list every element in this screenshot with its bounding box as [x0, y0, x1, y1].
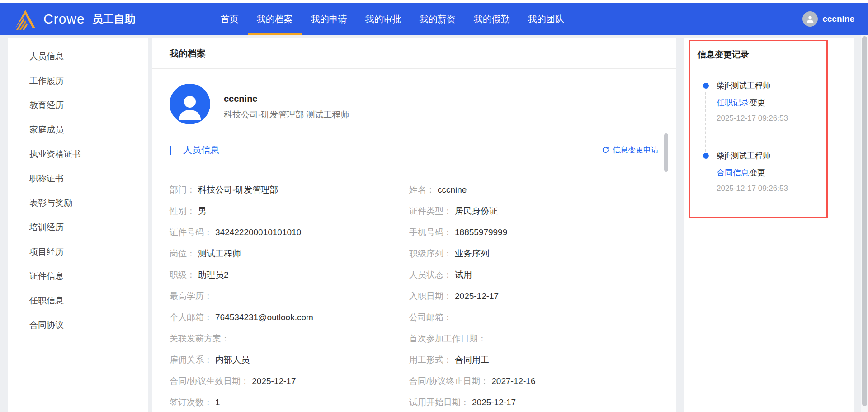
field-phone: 手机号码：18855979999 [409, 227, 659, 238]
entry-change-link[interactable]: 合同信息 [717, 168, 749, 177]
profile-name: cccnine [224, 94, 349, 104]
nav-item-my-team[interactable]: 我的团队 [519, 3, 573, 35]
nav-item-my-attendance[interactable]: 我的假勤 [465, 3, 519, 35]
entry-change-link[interactable]: 任职记录 [717, 98, 749, 107]
field-gender: 性别：男 [170, 206, 409, 217]
my-profile-card: 我的档案 cccnine 科技公司-研发管理部 测试工程师 人员信息 信息变更申… [152, 38, 676, 412]
profile-sidebar: 人员信息 工作履历 教育经历 家庭成员 执业资格证书 职称证书 表彰与奖励 培训… [8, 38, 148, 412]
field-grade-sequence: 职级序列：业务序列 [409, 248, 659, 259]
nav-item-home[interactable]: 首页 [212, 3, 248, 35]
field-department: 部门：科技公司-研发管理部 [170, 185, 409, 195]
field-id-type: 证件类型：居民身份证 [409, 206, 659, 217]
brand: Crowe 员工自助 [0, 7, 136, 31]
sidebar-item-education[interactable]: 教育经历 [8, 93, 148, 118]
brand-name: Crowe [43, 11, 85, 27]
sidebar-item-training[interactable]: 培训经历 [8, 215, 148, 240]
entry-person: 柴jf-测试工程师 [717, 150, 819, 161]
field-first-work-date: 首次参加工作日期： [409, 333, 659, 344]
profile-avatar-icon [170, 84, 210, 124]
entry-change-suffix: 变更 [749, 98, 765, 107]
refresh-icon [602, 146, 609, 154]
page-title: 我的档案 [170, 47, 206, 60]
change-log-panel: 信息变更记录 柴jf-测试工程师 任职记录变更 2025-12-17 09:26… [684, 38, 854, 412]
info-change-request-link[interactable]: 信息变更申请 [602, 145, 659, 155]
sidebar-item-family[interactable]: 家庭成员 [8, 118, 148, 142]
personnel-info-section-header: 人员信息 信息变更申请 [170, 144, 659, 156]
section-title: 人员信息 [183, 144, 219, 156]
field-id-number: 证件号码：342422200010101010 [170, 227, 409, 238]
annotation-highlight-box: 信息变更记录 柴jf-测试工程师 任职记录变更 2025-12-17 09:26… [689, 40, 828, 218]
profile-summary: cccnine 科技公司-研发管理部 测试工程师 [152, 69, 676, 124]
user-menu[interactable]: cccnine [802, 11, 854, 27]
nav-item-my-profile[interactable]: 我的档案 [248, 3, 302, 35]
field-employment-type: 用工形式：合同用工 [409, 355, 659, 365]
sidebar-item-positions[interactable]: 任职信息 [8, 289, 148, 313]
field-highest-education: 最高学历： [170, 291, 409, 302]
main-scrollbar-thumb[interactable] [664, 133, 668, 172]
sidebar-item-projects[interactable]: 项目经历 [8, 240, 148, 264]
field-company-email: 公司邮箱： [409, 312, 659, 323]
entry-change: 任职记录变更 [717, 97, 819, 108]
sidebar-item-awards[interactable]: 表彰与奖励 [8, 191, 148, 215]
field-payroll-plan: 关联发薪方案： [170, 333, 409, 344]
field-probation-start: 试用开始日期：2025-12-17 [409, 397, 659, 408]
sidebar-item-contracts[interactable]: 合同协议 [8, 313, 148, 337]
field-hire-date: 入职日期：2025-12-17 [409, 291, 659, 302]
main-nav: 首页 我的档案 我的申请 我的审批 我的薪资 我的假勤 我的团队 [212, 3, 573, 35]
page-content: 人员信息 工作履历 教育经历 家庭成员 执业资格证书 职称证书 表彰与奖励 培训… [0, 35, 868, 412]
field-grade: 职级：助理员2 [170, 270, 409, 280]
sidebar-item-practice-certificates[interactable]: 执业资格证书 [8, 142, 148, 166]
field-personnel-status: 人员状态：试用 [409, 270, 659, 280]
section-accent-bar [170, 146, 171, 155]
field-signing-count: 签订次数：1 [170, 397, 409, 408]
personnel-info-fields: 部门：科技公司-研发管理部 姓名：cccnine 性别：男 证件类型：居民身份证… [170, 185, 659, 408]
sidebar-item-work-history[interactable]: 工作履历 [8, 69, 148, 93]
field-position: 岗位：测试工程师 [170, 248, 409, 259]
change-log-entry: 柴jf-测试工程师 合同信息变更 2025-12-17 09:26:53 [703, 150, 819, 193]
timeline-dot [703, 153, 709, 159]
timeline-dot [703, 83, 709, 89]
main-header: 我的档案 [152, 38, 676, 69]
sidebar-item-personnel-info[interactable]: 人员信息 [8, 44, 148, 69]
entry-change: 合同信息变更 [717, 167, 819, 178]
field-personal-email: 个人邮箱：764534231@outlook.com [170, 312, 409, 323]
crowe-logo-icon [12, 7, 38, 31]
change-log-title: 信息变更记录 [698, 49, 819, 61]
entry-change-suffix: 变更 [749, 168, 765, 177]
page-scrollbar-thumb[interactable] [862, 36, 867, 406]
info-change-request-label: 信息变更申请 [613, 145, 659, 155]
profile-text: cccnine 科技公司-研发管理部 测试工程师 [224, 84, 349, 124]
change-log-timeline: 柴jf-测试工程师 任职记录变更 2025-12-17 09:26:53 柴jf… [698, 80, 819, 193]
top-navbar: Crowe 员工自助 首页 我的档案 我的申请 我的审批 我的薪资 我的假勤 我… [0, 3, 868, 35]
nav-item-my-approvals[interactable]: 我的审批 [356, 3, 410, 35]
field-contract-start: 合同/协议生效日期：2025-12-17 [170, 376, 409, 387]
entry-person: 柴jf-测试工程师 [717, 80, 819, 91]
page-scrollbar-track [861, 35, 868, 412]
nav-item-my-salary[interactable]: 我的薪资 [410, 3, 465, 35]
profile-subtitle: 科技公司-研发管理部 测试工程师 [224, 109, 349, 121]
field-employment-relation: 雇佣关系：内部人员 [170, 355, 409, 365]
field-contract-end: 合同/协议终止日期：2027-12-16 [409, 376, 659, 387]
entry-timestamp: 2025-12-17 09:26:53 [717, 114, 819, 123]
window-top-strip [0, 0, 868, 3]
field-name: 姓名：cccnine [409, 185, 659, 195]
sidebar-item-documents[interactable]: 证件信息 [8, 264, 148, 289]
change-log-entry: 柴jf-测试工程师 任职记录变更 2025-12-17 09:26:53 [703, 80, 819, 123]
entry-timestamp: 2025-12-17 09:26:53 [717, 184, 819, 193]
user-avatar-icon [802, 11, 818, 27]
sidebar-item-title-certificates[interactable]: 职称证书 [8, 166, 148, 191]
user-name: cccnine [822, 14, 854, 24]
nav-item-my-requests[interactable]: 我的申请 [302, 3, 356, 35]
app-title: 员工自助 [92, 12, 136, 26]
